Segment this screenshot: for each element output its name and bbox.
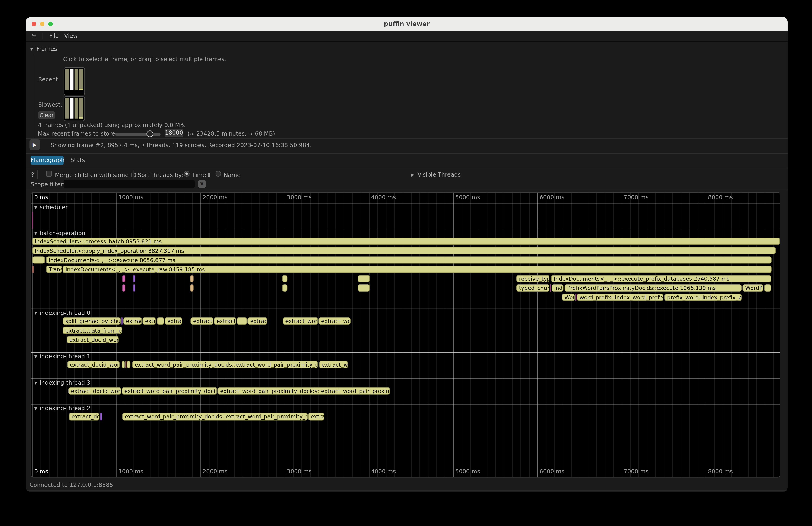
scope-bar[interactable]: IndexDocuments<_, _>::execute_raw 8459.1… [63, 265, 772, 273]
sort-time-radio[interactable] [184, 171, 190, 177]
scope-bar[interactable]: Word [562, 293, 575, 301]
scope-bar[interactable]: extrac [165, 317, 183, 325]
clear-filter-button[interactable]: x [198, 179, 205, 188]
scope-bar[interactable]: split_grenad_by_chun [62, 317, 120, 325]
scope-bar[interactable] [282, 275, 288, 282]
scope-bar[interactable]: extract [247, 317, 267, 325]
flamegraph-canvas[interactable]: 0 ms0 ms1000 ms1000 ms2000 ms2000 ms3000… [31, 192, 781, 477]
ruler-tick-label: 4000 ms [371, 468, 396, 475]
scope-bar[interactable] [576, 293, 576, 301]
slider-knob[interactable] [146, 130, 153, 137]
scope-bar[interactable]: IndexDocuments<_, _>::execute_prefix_dat… [551, 275, 771, 282]
frame-bar[interactable] [79, 69, 83, 90]
scope-bar[interactable]: extract_word [283, 317, 318, 325]
scope-bar[interactable]: extract_docid_word [67, 336, 119, 343]
thread-header-scheduler[interactable]: ▼scheduler [34, 204, 68, 210]
frame-bar[interactable] [75, 98, 78, 118]
play-button[interactable]: ▶ [29, 139, 40, 150]
scope-bar[interactable]: IndexScheduler>::apply_index_operation 8… [32, 247, 775, 254]
scope-bar[interactable] [125, 361, 127, 368]
merge-checkbox-label[interactable]: Merge children with same ID [55, 172, 136, 179]
scope-bar[interactable]: extract::data_from_ob [62, 326, 122, 334]
scope-bar[interactable] [122, 275, 125, 282]
scope-bar[interactable] [122, 361, 125, 368]
max-frames-value[interactable]: 18000 [165, 129, 183, 137]
menu-view[interactable]: View [64, 33, 78, 39]
max-frames-slider[interactable] [115, 133, 161, 135]
frame-bar[interactable] [70, 69, 74, 90]
scope-bar[interactable]: extra [143, 317, 156, 325]
scope-bar[interactable]: extract_word_pair_proximity_docids [122, 387, 217, 394]
frame-bar[interactable] [66, 69, 69, 90]
title-bar[interactable]: puffin viewer [26, 17, 788, 32]
sort-name-label[interactable]: Name [223, 172, 241, 179]
frame-bar[interactable] [79, 98, 83, 118]
help-button[interactable]: ? [31, 172, 34, 178]
frames-collapse-header[interactable]: ▼ Frames [30, 46, 57, 53]
scope-bar[interactable]: PrefixWordPairsProximityDocids::execute … [565, 284, 742, 292]
scope-bar[interactable] [121, 317, 123, 325]
scope-bar[interactable]: Trans [46, 265, 62, 273]
scope-bar[interactable] [100, 413, 102, 420]
scope-bar[interactable] [550, 284, 551, 292]
thread-header-indexing-thread-1[interactable]: ▼indexing-thread:1 [34, 353, 90, 360]
scope-bar[interactable] [133, 284, 135, 292]
frame-bar[interactable] [70, 98, 74, 118]
scope-bar[interactable] [32, 212, 33, 229]
scope-bar[interactable]: typed_chunk::w [516, 284, 549, 292]
scope-bar[interactable]: WordPr [743, 284, 763, 292]
scope-bar[interactable]: extract_ [191, 317, 214, 325]
thread-header-batch-operation[interactable]: ▼batch-operation [34, 230, 85, 236]
scope-bar[interactable] [122, 284, 125, 292]
scope-bar[interactable]: index [552, 284, 564, 292]
menu-file[interactable]: File [49, 33, 59, 39]
tab-stats[interactable]: Stats [70, 157, 85, 164]
scope-bar[interactable] [157, 317, 164, 325]
scope-bar[interactable]: extract_word_pair_proximity_docids::extr… [218, 387, 390, 394]
clear-button[interactable]: Clear [38, 111, 55, 119]
scope-bar[interactable]: IndexScheduler>::process_batch 8953.821 … [32, 237, 780, 245]
scope-bar[interactable] [765, 284, 771, 292]
thread-header-indexing-thread-2[interactable]: ▼indexing-thread:2 [34, 405, 90, 412]
scope-bar[interactable]: IndexDocuments<_, _>::execute 8656.677 m… [46, 256, 772, 263]
scope-bar[interactable]: extract_docid_word [68, 387, 121, 394]
scope-bar[interactable]: extract_docid_word [67, 361, 119, 368]
frame-bar[interactable] [75, 69, 78, 90]
thread-separator [31, 378, 780, 379]
ruler-tick-label: 8000 ms [708, 194, 733, 201]
thread-header-indexing-thread-3[interactable]: ▼indexing-thread:3 [34, 379, 90, 386]
scope-bar[interactable]: extract_doc [69, 413, 99, 420]
sort-time-label[interactable]: Time [192, 172, 206, 179]
tab-flamegraph[interactable]: Flamegraph [31, 156, 64, 165]
scope-bar[interactable]: extract_ [214, 317, 236, 325]
scope-bar[interactable] [190, 284, 194, 292]
frame-bar[interactable] [66, 98, 69, 118]
scope-bar[interactable]: receive_typed_ [516, 275, 549, 282]
merge-checkbox[interactable] [46, 171, 52, 177]
scope-filter-input[interactable] [64, 179, 195, 188]
scope-bar[interactable]: extrac [308, 413, 324, 420]
scope-bar[interactable] [32, 256, 45, 263]
scope-bar[interactable]: extract_word_pair_proximity_docids::extr… [132, 361, 318, 368]
recent-frames-thumbnail[interactable] [64, 68, 85, 96]
scope-bar[interactable]: extract [123, 317, 142, 325]
scope-bar[interactable]: word_prefix::index_word_prefix_ [577, 293, 664, 301]
scope-bar[interactable]: extract_word_pair_proximity_docids::extr… [122, 413, 307, 420]
slowest-frames-thumbnail[interactable] [64, 97, 85, 121]
thread-header-indexing-thread-0[interactable]: ▼indexing-thread:0 [34, 309, 90, 316]
scope-bar[interactable] [358, 284, 370, 292]
theme-toggle-icon[interactable]: ✳ [31, 33, 37, 39]
scope-bar[interactable] [133, 275, 135, 282]
scope-bar[interactable] [282, 284, 288, 292]
scope-bar[interactable]: extract_wo [319, 317, 351, 325]
scope-bar[interactable]: extract_wo [319, 361, 348, 368]
visible-threads-header[interactable]: ▶ Visible Threads [411, 172, 461, 178]
scope-bar[interactable] [236, 317, 247, 325]
scope-bar[interactable] [358, 275, 370, 282]
scope-bar[interactable] [32, 265, 34, 273]
sort-direction-icon[interactable]: ⬇ [207, 172, 212, 179]
scope-bar[interactable] [127, 361, 130, 368]
sort-name-radio[interactable] [216, 171, 221, 177]
scope-bar[interactable]: prefix_word::index_prefix_wo [665, 293, 742, 301]
scope-bar[interactable] [190, 275, 194, 282]
